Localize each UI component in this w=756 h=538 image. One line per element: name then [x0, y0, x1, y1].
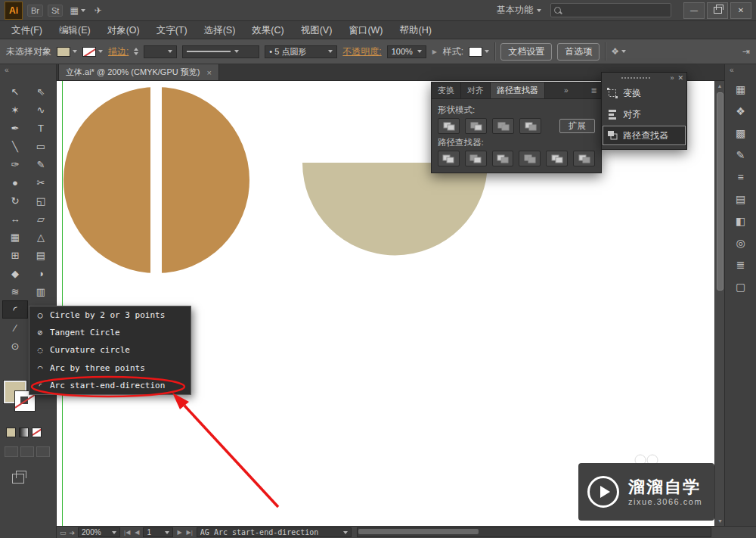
brush-definition-select[interactable]: • 5 点圆形 [265, 45, 337, 58]
last-artboard-button[interactable]: ▶| [186, 529, 194, 536]
status-indicator-select[interactable]: AG Arc start-end-direction [197, 527, 352, 537]
half-disc-shape[interactable] [302, 163, 488, 255]
tab-transform[interactable]: 变换 [432, 82, 461, 98]
blend-tool[interactable]: ◑ [28, 264, 54, 282]
menu-item-arc-by-three-points[interactable]: ◠ Arc by three points [29, 359, 191, 377]
panel-menu-item-pathfinder[interactable]: 路径查找器 [602, 125, 686, 146]
brushes-panel-icon[interactable]: ✎ [725, 144, 756, 166]
pen-tool[interactable]: ✒ [2, 119, 28, 137]
menu-item-circle-2-3-points[interactable]: ○ Circle by 2 or 3 points [29, 306, 191, 324]
first-artboard-button[interactable]: |◀ [123, 529, 131, 536]
gradient-tool[interactable]: ▤ [28, 246, 54, 264]
menu-item-tangent-circle[interactable]: ⊘ Tangent Circle [29, 324, 191, 341]
close-button[interactable]: ✕ [730, 2, 751, 19]
dock-expand-button[interactable]: « [725, 64, 756, 78]
draw-behind-button[interactable] [20, 446, 34, 457]
hand-off-icon[interactable]: ➔ [70, 529, 76, 536]
scroll-up-icon[interactable]: ▲ [715, 81, 724, 91]
lasso-tool[interactable]: ∿ [28, 101, 54, 119]
minus-front-button[interactable] [465, 118, 487, 134]
opacity-panel-arrow-icon[interactable]: ▶ [432, 48, 438, 55]
paintbrush-tool[interactable]: ✑ [2, 155, 28, 173]
restore-button[interactable] [707, 2, 728, 19]
panel-menu-item-align[interactable]: 对齐 [602, 104, 686, 125]
none-mode-button[interactable] [32, 428, 42, 437]
pasteboard-icon[interactable]: ▭ [60, 529, 67, 536]
gradient-panel-icon[interactable]: ▤ [725, 188, 756, 210]
free-transform-tool[interactable]: ▱ [28, 210, 54, 228]
document-tab[interactable]: 立体.ai* @ 200% (CMYK/GPU 预览) × [58, 64, 219, 80]
menu-help[interactable]: 帮助(H) [392, 21, 440, 39]
vertical-scroll-thumb[interactable] [717, 92, 723, 291]
menu-edit[interactable]: 编辑(E) [51, 21, 99, 39]
color-panel-icon[interactable]: ▦ [725, 78, 756, 100]
opacity-label[interactable]: 不透明度: [342, 45, 381, 58]
menu-file[interactable]: 文件(F) [3, 21, 51, 39]
symbol-sprayer-tool[interactable]: ≋ [2, 282, 28, 300]
swatches-panel-icon[interactable]: ▩ [725, 122, 756, 144]
selection-tool[interactable]: ↖ [2, 82, 28, 101]
arrange-documents-button[interactable]: ▦ [67, 5, 87, 16]
mesh-tool[interactable]: ⊞ [2, 246, 28, 264]
tab-align[interactable]: 对齐 [461, 82, 491, 98]
expand-button[interactable]: 扩展 [559, 119, 595, 133]
merge-button[interactable] [492, 151, 514, 166]
zoom-tool[interactable]: ⊙ [2, 337, 28, 355]
gradient-mode-button[interactable] [19, 428, 29, 437]
stroke-panel-icon[interactable]: ≡ [725, 166, 756, 188]
stroke-weight-stepper[interactable] [134, 48, 138, 55]
line-tool[interactable]: ╲ [2, 137, 28, 155]
menu-object[interactable]: 对象(O) [99, 21, 148, 39]
artboards-panel-icon[interactable]: ▢ [725, 275, 756, 297]
collapse-icon[interactable]: » [670, 74, 674, 82]
menu-window[interactable]: 窗口(W) [340, 21, 391, 39]
menu-effect[interactable]: 效果(C) [243, 21, 292, 39]
preferences-button[interactable]: 首选项 [557, 43, 600, 61]
dock-control-button[interactable]: ⇥ [742, 46, 750, 57]
arc-tool[interactable]: ◜ [2, 300, 28, 319]
divide-button[interactable] [438, 151, 460, 166]
scale-tool[interactable]: ◱ [28, 191, 54, 210]
tab-pathfinder[interactable]: 路径查找器 [491, 82, 545, 98]
workspace-switcher[interactable]: 基本功能 [492, 2, 546, 18]
fill-color-control[interactable] [57, 47, 77, 57]
eyedropper-tool[interactable]: ◆ [2, 264, 28, 282]
zoom-select[interactable]: 200% [78, 527, 120, 537]
magic-wand-tool[interactable]: ✶ [2, 101, 28, 119]
pencil-tool[interactable]: ✎ [28, 155, 54, 173]
column-graph-tool[interactable]: ▥ [28, 282, 54, 300]
slice-tool[interactable]: ∕ [2, 319, 28, 337]
menu-item-arc-start-end-direction[interactable]: ◜ Arc start-end-direction [29, 377, 191, 394]
rotate-tool[interactable]: ↻ [2, 191, 28, 210]
unite-button[interactable] [438, 118, 460, 134]
minus-back-button[interactable] [573, 151, 595, 166]
next-artboard-button[interactable]: ▶ [176, 529, 182, 536]
opacity-field[interactable]: 100% [387, 45, 426, 58]
artboard-select[interactable]: 1 [143, 527, 173, 537]
minimize-button[interactable]: — [683, 2, 705, 19]
rectangle-tool[interactable]: ▭ [28, 137, 54, 155]
color-guide-panel-icon[interactable]: ❖ [725, 100, 756, 122]
align-options-button[interactable]: ❖ [611, 46, 626, 57]
appearance-panel-icon[interactable]: ◎ [725, 232, 756, 253]
collapse-panel-icon[interactable]: » [560, 86, 572, 95]
width-tool[interactable]: ↔ [2, 210, 28, 228]
panel-menu-icon[interactable]: ≣ [587, 86, 601, 95]
scissors-tool[interactable]: ✂ [28, 173, 54, 191]
shape-builder-tool[interactable]: ▦ [2, 228, 28, 246]
direct-selection-tool[interactable]: ⇖ [28, 82, 54, 101]
horizontal-scrollbar[interactable] [357, 527, 711, 537]
menu-item-curvature-circle[interactable]: ◌ Curvature circle [29, 341, 191, 359]
menu-type[interactable]: 文字(T) [148, 21, 196, 39]
exclude-button[interactable] [519, 118, 541, 134]
color-mode-button[interactable] [6, 428, 16, 437]
perspective-grid-tool[interactable]: △ [28, 228, 54, 246]
horizontal-scroll-thumb[interactable] [358, 529, 479, 534]
menu-select[interactable]: 选择(S) [196, 21, 244, 39]
bridge-button[interactable]: Br [27, 5, 43, 17]
vertical-scrollbar[interactable]: ▲ ▼ [714, 81, 724, 526]
blob-brush-tool[interactable]: ● [2, 173, 28, 191]
panel-flyout-header[interactable]: » ✕ [602, 73, 686, 82]
draw-normal-button[interactable] [5, 446, 18, 457]
document-setup-button[interactable]: 文档设置 [500, 43, 552, 61]
